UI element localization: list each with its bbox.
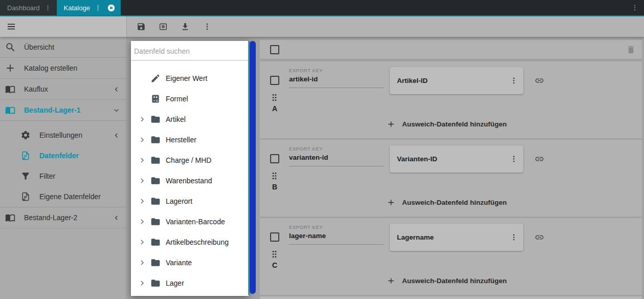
chip-menu-icon[interactable]: [509, 233, 518, 242]
pencil-icon: [150, 73, 161, 83]
datafield-group-lager[interactable]: Lager: [131, 273, 249, 293]
catalog-book-icon: [5, 212, 15, 223]
tab-close-icon[interactable]: [107, 4, 116, 12]
chevron-down-icon: [113, 106, 120, 114]
folder-icon: [150, 258, 161, 268]
export-key-label: EXPORT KEY: [289, 68, 384, 73]
datafield-drawer: Eigener Wert Formel Artikel Hersteller: [131, 41, 249, 296]
datafield-group-artikelbeschreibung[interactable]: Artikelbeschreibung: [131, 232, 249, 252]
plus-icon: [387, 198, 395, 207]
tab-kataloge-label: Kataloge: [64, 4, 90, 12]
chip-menu-icon[interactable]: [509, 155, 518, 163]
tab-kataloge[interactable]: Kataloge: [57, 0, 121, 15]
sidebar-item-bestand-lager-2[interactable]: Bestand-Lager-2: [0, 207, 126, 228]
tab-menu-icon[interactable]: [94, 4, 102, 12]
chevron-left-icon: [113, 86, 120, 93]
datafield-chip[interactable]: Lagername: [390, 224, 523, 251]
sidebar-item-kauflux[interactable]: Kauflux: [0, 79, 126, 99]
folder-icon: [150, 114, 161, 124]
chevron-right-icon: [138, 238, 146, 246]
export-field-row: B EXPORT KEY varianten-id Varianten-ID A…: [260, 140, 642, 217]
export-key-field[interactable]: EXPORT KEY lager-name: [289, 224, 384, 245]
datafield-chip[interactable]: Artikel-ID: [390, 67, 523, 94]
divider: [0, 228, 126, 228]
link-icon[interactable]: [535, 154, 544, 164]
trash-icon[interactable]: [626, 45, 636, 55]
export-key-field[interactable]: EXPORT KEY varianten-id: [289, 146, 384, 166]
datafield-item-label: Warenbestand: [166, 177, 212, 185]
catalog-book-icon: [5, 105, 15, 115]
datafield-chip[interactable]: Varianten-ID: [390, 145, 523, 173]
link-icon[interactable]: [535, 232, 544, 242]
plus-icon: [387, 120, 395, 129]
scrollbar-thumb[interactable]: [250, 41, 256, 294]
folder-icon: [150, 176, 161, 186]
export-fields-panel: A EXPORT KEY artikel-id Artikel-ID Auswe…: [260, 40, 644, 299]
sidebar-item-bestand-lager-1[interactable]: Bestand-Lager-1: [0, 100, 126, 120]
add-fallback-datafield-button[interactable]: Ausweich-Datenfeld hinzufügen: [387, 276, 507, 285]
column-letter: A: [272, 104, 277, 113]
sidebar-item-einstellungen[interactable]: Einstellungen: [0, 125, 126, 145]
chevron-right-icon: [138, 218, 146, 226]
tab-bar: Dashboard Kataloge: [0, 0, 644, 16]
export-key-value[interactable]: varianten-id: [289, 152, 384, 166]
toolbar-actions: [127, 16, 212, 37]
document-add-icon: [20, 191, 31, 202]
folder-icon: [150, 155, 161, 165]
datafield-group-charge-mhd[interactable]: Charge / MHD: [131, 150, 249, 170]
row-checkbox[interactable]: [270, 154, 279, 163]
drag-handle-icon[interactable]: [270, 91, 279, 104]
sidebar-item-katalog-erstellen[interactable]: Katalog erstellen: [0, 58, 126, 78]
save-icon[interactable]: [137, 22, 146, 31]
tab-menu-icon[interactable]: [44, 4, 52, 12]
datafield-item-formel[interactable]: Formel: [131, 89, 249, 109]
export-key-field[interactable]: EXPORT KEY artikel-id: [289, 68, 384, 88]
export-key-value[interactable]: artikel-id: [289, 73, 384, 88]
sidebar-item-datenfelder[interactable]: Datenfelder: [0, 145, 126, 166]
datafield-group-hersteller[interactable]: Hersteller: [131, 130, 249, 150]
add-fallback-datafield-button[interactable]: Ausweich-Datenfeld hinzufügen: [387, 120, 507, 129]
sidebar-item-eigene-datenfelder[interactable]: Eigene Datenfelder: [0, 186, 126, 207]
add-fallback-datafield-button[interactable]: Ausweich-Datenfeld hinzufügen: [387, 198, 507, 207]
preview-icon[interactable]: [159, 22, 168, 31]
datafield-group-varianten-barcode[interactable]: Varianten-Barcode: [131, 211, 249, 232]
tab-dashboard-label: Dashboard: [7, 4, 40, 12]
datafield-group-artikel[interactable]: Artikel: [131, 109, 249, 130]
datafield-group-warenbestand[interactable]: Warenbestand: [131, 170, 249, 191]
tab-dashboard[interactable]: Dashboard: [0, 0, 57, 15]
link-icon[interactable]: [535, 76, 544, 86]
datafield-group-variante[interactable]: Variante: [131, 252, 249, 273]
datafield-group-lagerort[interactable]: Lagerort: [131, 191, 249, 211]
toolbar-more-icon[interactable]: [203, 22, 212, 31]
row-checkbox[interactable]: [270, 76, 279, 85]
chevron-right-icon: [138, 115, 146, 123]
datafield-item-label: Formel: [166, 95, 188, 103]
drag-handle-icon[interactable]: [270, 248, 279, 261]
gear-icon: [20, 130, 31, 140]
menu-hamburger-icon[interactable]: [6, 22, 16, 32]
drag-handle-icon[interactable]: [270, 169, 279, 182]
datafield-item-eigener-wert[interactable]: Eigener Wert: [131, 68, 249, 89]
row-checkbox[interactable]: [270, 232, 279, 242]
add-fallback-datafield-label: Ausweich-Datenfeld hinzufügen: [402, 199, 507, 206]
sidebar-item-filter[interactable]: Filter: [0, 166, 126, 186]
download-icon[interactable]: [181, 22, 190, 31]
spacer: [0, 121, 126, 125]
sidebar-item-uebersicht[interactable]: Übersicht: [0, 37, 126, 57]
export-key-label: EXPORT KEY: [289, 224, 384, 230]
sidebar-item-label: Filter: [39, 172, 55, 180]
calculator-icon: [150, 94, 161, 104]
select-all-checkbox[interactable]: [270, 45, 279, 54]
folder-icon: [150, 196, 161, 206]
datafield-search-input[interactable]: [131, 41, 249, 61]
window-more-icon[interactable]: [631, 4, 639, 12]
export-key-value[interactable]: lager-name: [289, 230, 384, 245]
chevron-right-icon: [138, 177, 146, 185]
search-icon: [5, 42, 15, 52]
add-fallback-datafield-label: Ausweich-Datenfeld hinzufügen: [402, 277, 507, 285]
datafield-item-label: Artikelbeschreibung: [166, 238, 229, 246]
next-row-peek: [260, 296, 642, 299]
datafield-chip-label: Artikel-ID: [397, 77, 509, 84]
datafield-item-label: Lager: [166, 279, 184, 287]
chip-menu-icon[interactable]: [509, 76, 518, 85]
